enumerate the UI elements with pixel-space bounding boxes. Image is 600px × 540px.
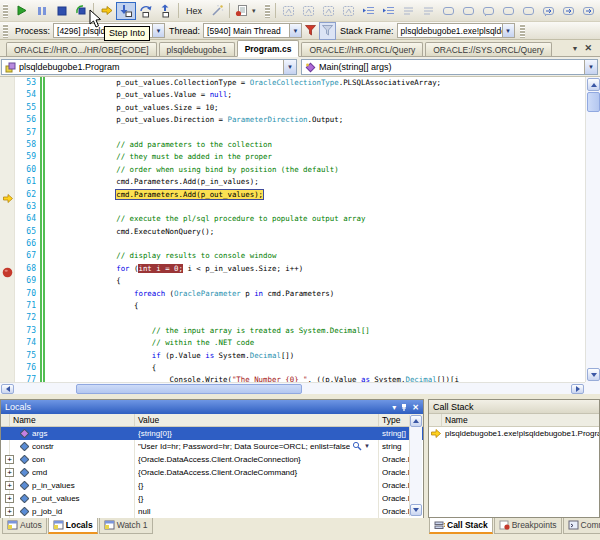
thread-combo-arrow[interactable]: ▼ (289, 24, 301, 37)
code-text[interactable]: // display results to console window (45, 250, 276, 262)
types-combo[interactable]: plsqldebugobe1.Program ▼ (1, 59, 297, 75)
scroll-right-button[interactable] (571, 384, 584, 394)
callstack-tab-breakpoints[interactable]: Breakpoints (494, 518, 562, 534)
code-line-71[interactable]: 71 { (0, 300, 585, 312)
document-tab-4[interactable]: ORACLE://HR.ORCL/Query (301, 42, 423, 56)
previous-bookmark-icon[interactable] (458, 2, 478, 20)
document-tab-5[interactable]: ORACLE://SYS.ORCL/Query (425, 42, 552, 56)
call-stack-frame[interactable]: plsqldebugobe1.exe!plsqldebugobe1.Progra… (429, 427, 599, 440)
locals-title-bar[interactable]: Locals ▾ ✕ (1, 400, 423, 414)
previous-bookmark-document-icon[interactable] (538, 2, 558, 20)
break-all-button[interactable] (31, 2, 51, 20)
code-line-57[interactable]: 57 (0, 127, 585, 139)
locals-row-args[interactable]: args{string[0]}string[] (1, 427, 423, 440)
code-line-53[interactable]: 53 p_out_values.CollectionType = OracleC… (0, 77, 585, 89)
hscroll-thumb[interactable] (76, 384, 302, 394)
toolbar-grip-2[interactable] (265, 4, 270, 18)
members-combo-arrow[interactable]: ▼ (584, 60, 597, 74)
locals-window-menu-icon[interactable]: ▾ (392, 403, 396, 412)
locals-tab-watch-1[interactable]: Watch 1 (99, 518, 153, 534)
comment-selection-icon[interactable] (398, 2, 418, 20)
locals-scroll-up[interactable] (410, 415, 422, 427)
uncomment-selection-icon[interactable] (418, 2, 438, 20)
display-word-completion-icon[interactable] (298, 2, 318, 20)
call-stack-title-bar[interactable]: Call Stack (429, 400, 599, 414)
decrease-indent-icon[interactable] (358, 2, 378, 20)
code-text[interactable]: // within the .NET code (45, 337, 254, 349)
code-line-72[interactable]: 72 (0, 312, 585, 324)
show-threads-button[interactable] (207, 2, 227, 20)
step-into-button[interactable] (116, 2, 136, 20)
process-combo-arrow[interactable]: ▼ (152, 24, 164, 37)
debug-location-grip[interactable] (3, 24, 8, 38)
breakpoints-window-button[interactable] (232, 2, 252, 20)
locals-scrollbar[interactable] (409, 415, 422, 516)
code-text[interactable]: // execute the pl/sql procedure to popul… (45, 213, 365, 225)
vscroll-thumb[interactable] (587, 92, 600, 112)
restart-button[interactable] (71, 2, 91, 20)
code-line-56[interactable]: 56 p_out_values.Direction = ParameterDir… (0, 114, 585, 126)
scroll-left-button[interactable] (1, 384, 14, 394)
code-line-59[interactable]: 59 // they must be added in the proper (0, 151, 585, 163)
code-text[interactable]: cmd.Parameters.Add(p_out_values); (45, 189, 263, 201)
next-bookmark-folder-icon[interactable] (518, 2, 538, 20)
previous-bookmark-folder-icon[interactable] (498, 2, 518, 20)
locals-pin-icon[interactable] (400, 403, 408, 412)
code-text[interactable]: p_out_values.Value = null; (45, 89, 232, 101)
continue-button[interactable] (11, 2, 31, 20)
call-stack-column-headers[interactable]: Name (429, 414, 599, 427)
code-line-70[interactable]: 70 foreach (OracleParameter p in cmd.Par… (0, 288, 585, 300)
breakpoints-dropdown-arrow[interactable]: ▾ (252, 7, 261, 15)
locals-tab-locals[interactable]: Locals (48, 518, 98, 534)
debug-location-grip-2[interactable] (520, 24, 525, 38)
code-line-75[interactable]: 75 if (p.Value is System.Decimal[]) (0, 350, 585, 362)
code-line-64[interactable]: 64 // execute the pl/sql procedure to po… (0, 213, 585, 225)
code-line-76[interactable]: 76 { (0, 362, 585, 374)
code-text[interactable]: // add parameters to the collection (45, 139, 272, 151)
code-text[interactable]: // the input array is treated as System.… (45, 325, 370, 337)
expand-icon[interactable]: + (5, 468, 14, 477)
code-line-67[interactable]: 67 // display results to console window (0, 250, 585, 262)
next-bookmark-icon[interactable] (478, 2, 498, 20)
tab-scroll-dropdown-icon[interactable]: ▼ (572, 45, 579, 52)
code-text[interactable]: for (int i = 0; i < p_in_values.Size; i+… (45, 263, 303, 275)
hex-button[interactable]: Hex (181, 2, 207, 20)
code-line-69[interactable]: 69 { (0, 275, 585, 287)
locals-tab-autos[interactable]: Autos (2, 518, 47, 534)
code-line-60[interactable]: 60 // order when using bind by position … (0, 164, 585, 176)
code-text[interactable]: { (45, 362, 156, 374)
code-line-73[interactable]: 73 // the input array is treated as Syst… (0, 325, 585, 337)
code-text[interactable]: p_out_values.Size = 10; (45, 102, 219, 114)
code-text[interactable]: p_out_values.CollectionType = OracleColl… (45, 77, 441, 89)
code-text[interactable]: // they must be added in the proper (45, 151, 272, 163)
code-text[interactable]: foreach (OracleParameter p in cmd.Parame… (45, 288, 334, 300)
code-line-58[interactable]: 58 // add parameters to the collection (0, 139, 585, 151)
locals-scroll-down[interactable] (410, 504, 422, 516)
types-combo-arrow[interactable]: ▼ (283, 60, 296, 74)
scroll-down-button[interactable] (587, 368, 600, 381)
code-text[interactable]: { (45, 300, 138, 312)
locals-row-p_job_id[interactable]: +p_job_idnullOracle.Da (1, 505, 423, 518)
code-line-62[interactable]: 62 cmd.Parameters.Add(p_out_values); (0, 189, 585, 201)
code-text[interactable]: { (45, 275, 121, 287)
locals-column-headers[interactable]: Name Value Type (1, 414, 423, 427)
code-text[interactable]: p_out_values.Direction = ParameterDirect… (45, 114, 343, 126)
code-line-65[interactable]: 65 cmd.ExecuteNonQuery(); (0, 226, 585, 238)
expand-icon[interactable]: + (5, 494, 14, 503)
editor-horizontal-scrollbar[interactable] (0, 382, 585, 394)
members-combo[interactable]: Main(string[] args) ▼ (301, 59, 598, 75)
document-tab-3[interactable]: Program.cs (237, 40, 300, 57)
scroll-up-button[interactable] (587, 78, 600, 91)
code-line-61[interactable]: 61 cmd.Parameters.Add(p_in_values); (0, 176, 585, 188)
parameter-info-icon[interactable] (338, 2, 358, 20)
locals-row-constr[interactable]: constr"User Id=hr; Password=hr; Data Sou… (1, 440, 423, 453)
code-line-68[interactable]: 68 for (int i = 0; i < p_in_values.Size;… (0, 263, 585, 275)
locals-row-p_out_values[interactable]: +p_out_values{}Oracle.Da (1, 492, 423, 505)
clear-bookmarks-icon[interactable] (578, 2, 598, 20)
step-over-button[interactable] (136, 2, 156, 20)
editor-vertical-scrollbar[interactable] (585, 77, 600, 382)
quick-info-icon[interactable] (318, 2, 338, 20)
code-line-54[interactable]: 54 p_out_values.Value = null; (0, 89, 585, 101)
flag-threads-button[interactable] (302, 22, 319, 40)
document-tab-1[interactable]: ORACLE://HR.O.../HR/OBE[CODE] (6, 42, 157, 56)
